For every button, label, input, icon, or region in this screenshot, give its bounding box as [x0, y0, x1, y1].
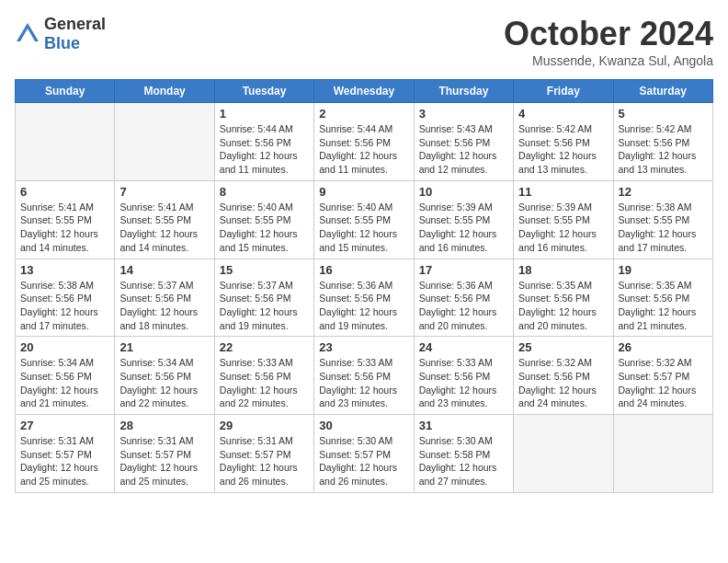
calendar-cell: 28Sunrise: 5:31 AMSunset: 5:57 PMDayligh…: [115, 415, 214, 493]
cell-sun-info: Sunrise: 5:37 AMSunset: 5:56 PMDaylight:…: [119, 279, 209, 333]
cell-sun-info: Sunrise: 5:35 AMSunset: 5:56 PMDaylight:…: [619, 279, 708, 333]
calendar-cell: 30Sunrise: 5:30 AMSunset: 5:57 PMDayligh…: [314, 415, 414, 493]
calendar-week-1: 1Sunrise: 5:44 AMSunset: 5:56 PMDaylight…: [16, 103, 713, 181]
day-number: 21: [119, 340, 209, 354]
cell-sun-info: Sunrise: 5:30 AMSunset: 5:57 PMDaylight:…: [319, 434, 408, 488]
calendar-cell: 6Sunrise: 5:41 AMSunset: 5:55 PMDaylight…: [16, 180, 115, 259]
cell-sun-info: Sunrise: 5:44 AMSunset: 5:56 PMDaylight:…: [220, 122, 309, 177]
calendar-cell: 16Sunrise: 5:36 AMSunset: 5:56 PMDayligh…: [314, 259, 414, 337]
calendar-cell: 10Sunrise: 5:39 AMSunset: 5:55 PMDayligh…: [414, 180, 513, 259]
cell-sun-info: Sunrise: 5:34 AMSunset: 5:56 PMDaylight:…: [20, 356, 109, 410]
logo: General Blue: [15, 15, 106, 53]
day-number: 1: [220, 107, 309, 121]
cell-sun-info: Sunrise: 5:41 AMSunset: 5:55 PMDaylight:…: [119, 201, 209, 255]
location-title: Mussende, Kwanza Sul, Angola: [504, 53, 713, 68]
weekday-header-sunday: Sunday: [16, 80, 115, 103]
cell-sun-info: Sunrise: 5:39 AMSunset: 5:55 PMDaylight:…: [419, 201, 508, 255]
cell-sun-info: Sunrise: 5:34 AMSunset: 5:56 PMDaylight:…: [119, 356, 209, 410]
day-number: 30: [319, 419, 408, 432]
calendar-cell: 24Sunrise: 5:33 AMSunset: 5:56 PMDayligh…: [414, 337, 513, 415]
logo-text: General Blue: [44, 15, 106, 53]
calendar-cell: 9Sunrise: 5:40 AMSunset: 5:55 PMDaylight…: [314, 180, 414, 259]
day-number: 29: [220, 419, 309, 432]
cell-sun-info: Sunrise: 5:36 AMSunset: 5:56 PMDaylight:…: [419, 279, 508, 333]
day-number: 13: [20, 263, 109, 277]
cell-sun-info: Sunrise: 5:39 AMSunset: 5:55 PMDaylight:…: [518, 201, 608, 255]
day-number: 12: [619, 185, 708, 199]
day-number: 8: [220, 185, 309, 199]
calendar-cell: 26Sunrise: 5:32 AMSunset: 5:57 PMDayligh…: [613, 337, 712, 415]
cell-sun-info: Sunrise: 5:42 AMSunset: 5:56 PMDaylight:…: [619, 122, 708, 177]
day-number: 11: [518, 185, 608, 199]
day-number: 18: [518, 263, 608, 277]
weekday-header-friday: Friday: [514, 80, 613, 103]
day-number: 14: [119, 263, 209, 277]
calendar-week-2: 6Sunrise: 5:41 AMSunset: 5:55 PMDaylight…: [16, 180, 713, 259]
cell-sun-info: Sunrise: 5:42 AMSunset: 5:56 PMDaylight:…: [518, 122, 608, 177]
cell-sun-info: Sunrise: 5:31 AMSunset: 5:57 PMDaylight:…: [220, 434, 309, 488]
weekday-header-monday: Monday: [115, 80, 214, 103]
calendar-cell: 31Sunrise: 5:30 AMSunset: 5:58 PMDayligh…: [414, 415, 513, 493]
calendar-cell: [16, 103, 115, 181]
cell-sun-info: Sunrise: 5:43 AMSunset: 5:56 PMDaylight:…: [419, 122, 508, 177]
calendar-cell: 1Sunrise: 5:44 AMSunset: 5:56 PMDaylight…: [214, 103, 313, 181]
day-number: 25: [518, 340, 608, 354]
calendar-cell: 11Sunrise: 5:39 AMSunset: 5:55 PMDayligh…: [514, 180, 613, 259]
calendar-cell: 4Sunrise: 5:42 AMSunset: 5:56 PMDaylight…: [514, 103, 613, 181]
calendar-cell: 20Sunrise: 5:34 AMSunset: 5:56 PMDayligh…: [16, 337, 115, 415]
cell-sun-info: Sunrise: 5:41 AMSunset: 5:55 PMDaylight:…: [20, 201, 109, 255]
calendar-cell: 13Sunrise: 5:38 AMSunset: 5:56 PMDayligh…: [16, 259, 115, 337]
day-number: 4: [518, 107, 608, 121]
cell-sun-info: Sunrise: 5:44 AMSunset: 5:56 PMDaylight:…: [319, 122, 408, 177]
day-number: 6: [20, 185, 109, 199]
calendar-cell: [613, 415, 712, 493]
day-number: 20: [20, 340, 109, 354]
day-number: 27: [20, 419, 109, 432]
day-number: 26: [619, 340, 708, 354]
day-number: 15: [220, 263, 309, 277]
calendar-cell: [514, 415, 613, 493]
weekday-header-thursday: Thursday: [414, 80, 513, 103]
day-number: 28: [119, 419, 209, 432]
logo-icon: [15, 21, 40, 47]
day-number: 31: [419, 419, 508, 432]
month-title: October 2024: [504, 15, 713, 53]
calendar-cell: 19Sunrise: 5:35 AMSunset: 5:56 PMDayligh…: [613, 259, 712, 337]
day-number: 2: [319, 107, 408, 121]
calendar-week-5: 27Sunrise: 5:31 AMSunset: 5:57 PMDayligh…: [16, 415, 713, 493]
cell-sun-info: Sunrise: 5:40 AMSunset: 5:55 PMDaylight:…: [220, 201, 309, 255]
calendar-cell: 25Sunrise: 5:32 AMSunset: 5:56 PMDayligh…: [514, 337, 613, 415]
calendar-cell: 23Sunrise: 5:33 AMSunset: 5:56 PMDayligh…: [314, 337, 414, 415]
logo-blue: Blue: [44, 34, 80, 52]
calendar-cell: 14Sunrise: 5:37 AMSunset: 5:56 PMDayligh…: [115, 259, 214, 337]
day-number: 7: [119, 185, 209, 199]
weekday-header-tuesday: Tuesday: [214, 80, 313, 103]
cell-sun-info: Sunrise: 5:36 AMSunset: 5:56 PMDaylight:…: [319, 279, 408, 333]
calendar-cell: 5Sunrise: 5:42 AMSunset: 5:56 PMDaylight…: [613, 103, 712, 181]
cell-sun-info: Sunrise: 5:33 AMSunset: 5:56 PMDaylight:…: [220, 356, 309, 410]
weekday-header-saturday: Saturday: [613, 80, 712, 103]
weekday-header-row: SundayMondayTuesdayWednesdayThursdayFrid…: [16, 80, 713, 103]
calendar-cell: 18Sunrise: 5:35 AMSunset: 5:56 PMDayligh…: [514, 259, 613, 337]
calendar-cell: 27Sunrise: 5:31 AMSunset: 5:57 PMDayligh…: [16, 415, 115, 493]
day-number: 3: [419, 107, 508, 121]
calendar-cell: 2Sunrise: 5:44 AMSunset: 5:56 PMDaylight…: [314, 103, 414, 181]
calendar-week-4: 20Sunrise: 5:34 AMSunset: 5:56 PMDayligh…: [16, 337, 713, 415]
cell-sun-info: Sunrise: 5:38 AMSunset: 5:56 PMDaylight:…: [20, 279, 109, 333]
calendar-cell: 12Sunrise: 5:38 AMSunset: 5:55 PMDayligh…: [613, 180, 712, 259]
cell-sun-info: Sunrise: 5:35 AMSunset: 5:56 PMDaylight:…: [518, 279, 608, 333]
calendar-cell: 15Sunrise: 5:37 AMSunset: 5:56 PMDayligh…: [214, 259, 313, 337]
calendar-cell: 29Sunrise: 5:31 AMSunset: 5:57 PMDayligh…: [214, 415, 313, 493]
calendar-cell: 17Sunrise: 5:36 AMSunset: 5:56 PMDayligh…: [414, 259, 513, 337]
day-number: 5: [619, 107, 708, 121]
cell-sun-info: Sunrise: 5:37 AMSunset: 5:56 PMDaylight:…: [220, 279, 309, 333]
cell-sun-info: Sunrise: 5:40 AMSunset: 5:55 PMDaylight:…: [319, 201, 408, 255]
day-number: 17: [419, 263, 508, 277]
cell-sun-info: Sunrise: 5:31 AMSunset: 5:57 PMDaylight:…: [119, 434, 209, 488]
calendar-cell: 8Sunrise: 5:40 AMSunset: 5:55 PMDaylight…: [214, 180, 313, 259]
calendar-cell: [115, 103, 214, 181]
day-number: 16: [319, 263, 408, 277]
calendar-table: SundayMondayTuesdayWednesdayThursdayFrid…: [15, 79, 713, 493]
title-area: October 2024 Mussende, Kwanza Sul, Angol…: [504, 15, 713, 68]
cell-sun-info: Sunrise: 5:30 AMSunset: 5:58 PMDaylight:…: [419, 434, 508, 488]
